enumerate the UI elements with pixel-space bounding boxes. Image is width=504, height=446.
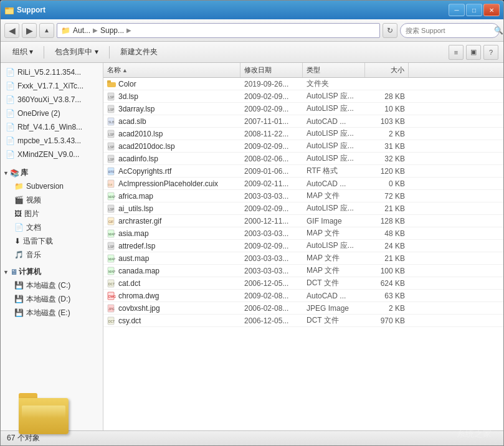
preview-button[interactable]: ▣: [466, 45, 481, 60]
title-bar-left: Support: [4, 5, 45, 15]
path-segment-1[interactable]: Aut...: [73, 26, 90, 35]
maximize-button[interactable]: □: [466, 4, 482, 16]
view-icon-button[interactable]: ≡: [449, 45, 464, 60]
svg-text:DCT: DCT: [108, 320, 115, 323]
col-header-size[interactable]: 大小: [365, 63, 409, 77]
file-cell-date: 2009-02-11...: [240, 179, 303, 188]
toolbar: 组织 ▾ 包含到库中 ▾ 新建文件夹 ≡ ▣ ?: [1, 42, 503, 63]
title-bar: Support ─ □ ✕: [1, 1, 503, 19]
sidebar-library-item[interactable]: 🖼图片: [1, 207, 103, 221]
sidebar-favorite-item[interactable]: 📄XMindZEN_V9.0...: [1, 148, 103, 161]
file-cell-size: 24 KB: [365, 242, 409, 250]
sidebar-favorite-item[interactable]: 📄Fxxk_V1.7.1_XiTc...: [1, 79, 103, 93]
svg-text:GIF: GIF: [108, 220, 113, 224]
sidebar-drive-item[interactable]: 💾本地磁盘 (C:): [1, 278, 103, 292]
sidebar-library-item[interactable]: 🎬视频: [1, 193, 103, 207]
sidebar-computer-header[interactable]: ▼ 🖥 计算机: [1, 264, 103, 278]
file-type-icon: JPG: [107, 304, 116, 313]
forward-button[interactable]: ▶: [22, 23, 37, 38]
table-row[interactable]: GIF archraster.gif 2000-12-11... GIF Ima…: [103, 215, 503, 227]
table-row[interactable]: SLB acad.slb 2007-11-01... AutoCAD ... 1…: [103, 115, 503, 128]
address-bar: ◀ ▶ ▲ 📁 Aut... ▶ Supp... ▶ ↻ 🔍: [1, 19, 503, 42]
help-button[interactable]: ?: [483, 45, 498, 60]
svg-text:RTF: RTF: [108, 170, 115, 174]
jpg-file-icon: JPG: [107, 304, 116, 313]
sidebar-library-item[interactable]: 🎵音乐: [1, 248, 103, 262]
sidebar-library-header[interactable]: ▼ 📚 库: [1, 165, 103, 179]
file-type-icon: LSP: [107, 142, 116, 151]
address-path[interactable]: 📁 Aut... ▶ Supp... ▶: [57, 23, 380, 38]
table-row[interactable]: MAP aust.map 2003-03-03... MAP 文件 21 KB: [103, 252, 503, 265]
table-row[interactable]: DWG chroma.dwg 2009-02-08... AutoCAD ...…: [103, 290, 503, 302]
search-icon[interactable]: 🔍: [494, 26, 503, 35]
sidebar-drive-item[interactable]: 💾本地磁盘 (E:): [1, 306, 103, 320]
favorite-icon: 📄: [6, 68, 15, 77]
sidebar-favorite-item[interactable]: 📄RiLi_V5.2.11.354...: [1, 65, 103, 79]
favorite-label: Rbf_V4.1.6_Win8...: [17, 123, 82, 131]
file-cell-date: 2009-02-09...: [240, 92, 303, 101]
table-row[interactable]: DCT csy.dct 2006-12-05... DCT 文件 970 KB: [103, 315, 503, 327]
table-row[interactable]: Color 2019-09-26... 文件夹: [103, 78, 503, 90]
file-name-label: 3darray.lsp: [118, 105, 155, 113]
include-library-button[interactable]: 包含到库中 ▾: [48, 44, 105, 60]
table-row[interactable]: LSP acad2010doc.lsp 2009-02-09... AutoLI…: [103, 140, 503, 153]
minimize-button[interactable]: ─: [449, 4, 465, 16]
back-button[interactable]: ◀: [4, 23, 19, 38]
file-cell-type: AutoCAD ...: [303, 179, 365, 188]
table-row[interactable]: CUI AcImpressionPlaceholder.cuix 2009-02…: [103, 178, 503, 190]
file-name-label: AcCopyrights.rtf: [118, 167, 171, 176]
organize-button[interactable]: 组织 ▾: [6, 44, 40, 60]
new-folder-button[interactable]: 新建文件夹: [113, 44, 164, 60]
file-cell-size: 32 KB: [365, 154, 409, 163]
table-row[interactable]: DCT cat.dct 2006-12-05... DCT 文件 624 KB: [103, 277, 503, 290]
toolbar-separator-2: [109, 46, 110, 59]
table-row[interactable]: LSP acad2010.lsp 2008-11-22... AutoLISP …: [103, 128, 503, 140]
desktop-folder[interactable]: [19, 393, 69, 434]
file-type-icon: DCT: [107, 279, 116, 288]
status-bar: 67 个对象: [1, 430, 503, 445]
file-cell-size: 120 KB: [365, 167, 409, 176]
table-row[interactable]: MAP asia.map 2003-03-03... MAP 文件 48 KB: [103, 227, 503, 240]
search-input[interactable]: [406, 27, 492, 34]
table-row[interactable]: MAP canada.map 2003-03-03... MAP 文件 100 …: [103, 265, 503, 277]
sidebar-favorite-item[interactable]: 📄OneDrive (2): [1, 107, 103, 120]
table-row[interactable]: MAP africa.map 2003-03-03... MAP 文件 72 K…: [103, 190, 503, 202]
file-cell-size: 2 KB: [365, 304, 409, 313]
favorite-label: XMindZEN_V9.0...: [17, 150, 79, 159]
sidebar-favorite-item[interactable]: 📄mpcbe_v1.5.3.43...: [1, 134, 103, 148]
sidebar-library-item[interactable]: 📁Subversion: [1, 179, 103, 193]
dwg-file-icon: DWG: [107, 292, 116, 300]
table-row[interactable]: LSP attredef.lsp 2009-02-09... AutoLISP …: [103, 240, 503, 252]
file-cell-size: 970 KB: [365, 316, 409, 325]
sidebar-library-item[interactable]: ⬇迅雷下载: [1, 234, 103, 248]
svg-text:MAP: MAP: [108, 195, 116, 199]
file-name-label: acadinfo.lsp: [118, 154, 158, 163]
table-row[interactable]: JPG covbxsht.jpg 2006-02-08... JPEG Imag…: [103, 302, 503, 315]
svg-text:MAP: MAP: [108, 270, 116, 273]
path-segment-2[interactable]: Supp...: [100, 26, 124, 35]
refresh-button[interactable]: ↻: [383, 23, 397, 38]
file-cell-date: 2009-02-09...: [240, 242, 303, 250]
svg-text:SLB: SLB: [108, 120, 115, 124]
file-cell-type: AutoLISP 应...: [303, 141, 365, 151]
library-item-icon: 🎵: [14, 250, 24, 259]
file-rows-container: Color 2019-09-26... 文件夹 LSP 3d.lsp 2009-…: [103, 78, 503, 327]
table-row[interactable]: RTF AcCopyrights.rtf 2009-01-06... RTF 格…: [103, 165, 503, 178]
table-row[interactable]: LSP acadinfo.lsp 2008-02-06... AutoLISP …: [103, 153, 503, 165]
col-header-name[interactable]: 名称 ▲: [103, 63, 240, 77]
close-button[interactable]: ✕: [483, 4, 500, 16]
file-cell-name: MAP canada.map: [103, 267, 240, 275]
sidebar-computer-items: 💾本地磁盘 (C:)💾本地磁盘 (D:)💾本地磁盘 (E:): [1, 278, 103, 320]
col-header-date[interactable]: 修改日期: [240, 63, 303, 77]
sidebar-drive-item[interactable]: 💾本地磁盘 (D:): [1, 292, 103, 306]
table-row[interactable]: LSP 3darray.lsp 2009-02-09... AutoLISP 应…: [103, 103, 503, 115]
table-row[interactable]: LSP 3d.lsp 2009-02-09... AutoLISP 应... 2…: [103, 90, 503, 103]
sidebar-favorite-item[interactable]: 📄Rbf_V4.1.6_Win8...: [1, 120, 103, 134]
favorite-icon: 📄: [6, 82, 15, 90]
up-button[interactable]: ▲: [39, 23, 54, 38]
file-name-label: acad2010doc.lsp: [118, 142, 175, 151]
col-header-type[interactable]: 类型: [303, 63, 365, 77]
sidebar-favorite-item[interactable]: 📄360YouXi_V3.8.7...: [1, 93, 103, 107]
table-row[interactable]: LSP ai_utils.lsp 2009-02-09... AutoLISP …: [103, 202, 503, 215]
sidebar-library-item[interactable]: 📄文档: [1, 221, 103, 234]
